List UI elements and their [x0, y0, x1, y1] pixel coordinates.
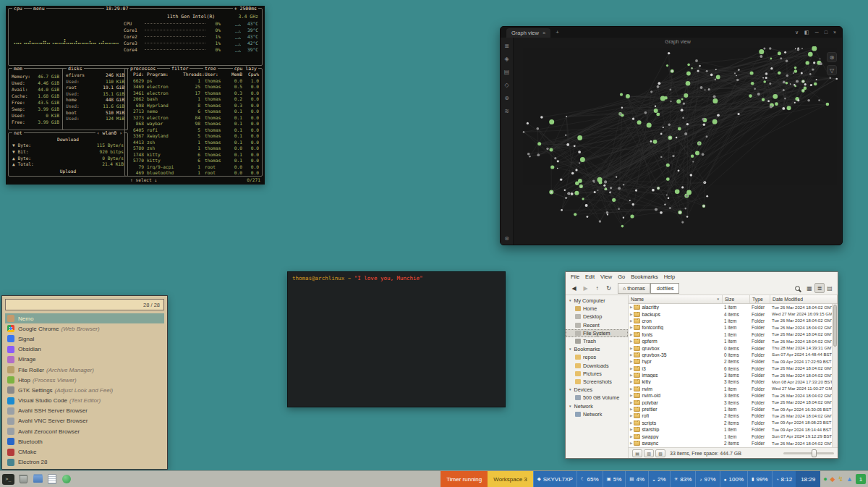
- expander-icon[interactable]: ▶: [630, 339, 632, 343]
- status-toggle-button[interactable]: ▤: [632, 449, 642, 457]
- timer-badge[interactable]: Timer running: [441, 471, 488, 487]
- notification-badge[interactable]: 1: [856, 474, 866, 484]
- menu-item[interactable]: View: [597, 274, 615, 280]
- zoom-slider[interactable]: [783, 452, 834, 454]
- ribbon-icon[interactable]: ◇: [504, 82, 509, 88]
- file-row[interactable]: ▶ polybar 3 items Folder Tue 26 Mar 2024…: [629, 399, 832, 405]
- ribbon-icon[interactable]: ▤: [504, 69, 510, 75]
- launcher-item[interactable]: Electron 28: [5, 457, 164, 467]
- launcher-item[interactable]: Mirage: [5, 355, 164, 365]
- tab-graph-view[interactable]: Graph view ×: [506, 28, 550, 38]
- back-button[interactable]: ◀: [569, 283, 579, 294]
- sidebar-item[interactable]: Network: [566, 410, 628, 418]
- expander-icon[interactable]: ▶: [630, 441, 632, 445]
- expander-icon[interactable]: ▶: [630, 353, 632, 357]
- expander-icon[interactable]: ▶: [630, 428, 632, 431]
- column-type[interactable]: Type: [750, 295, 770, 303]
- editor-launcher[interactable]: [46, 473, 59, 486]
- disks-box-label[interactable]: disks: [67, 66, 84, 72]
- expander-icon[interactable]: ▶: [630, 319, 632, 323]
- expander-icon[interactable]: ▶: [630, 373, 632, 377]
- expander-icon[interactable]: ▶: [630, 435, 632, 439]
- expander-icon[interactable]: ▶: [630, 394, 632, 397]
- breadcrumb-button[interactable]: ⌂ thomas: [618, 283, 650, 294]
- file-row[interactable]: ▶ cron 1 item Folder Tue 26 Mar 2024 18:…: [629, 318, 832, 324]
- sidebar-toggle-icon[interactable]: ◧: [804, 30, 809, 35]
- processes-box-label[interactable]: processes: [129, 66, 157, 72]
- process-row[interactable]: 6405 rofi 5 thomas 0.1 0.0: [125, 127, 262, 134]
- expander-icon[interactable]: ▶: [630, 414, 632, 418]
- status-toggle-button[interactable]: ▧: [655, 449, 665, 457]
- launcher-item[interactable]: GTK Settings (Adjust Look and Feel): [5, 385, 164, 395]
- file-row[interactable]: ▶ swaync 2 items Folder Tue 26 Mar 2024 …: [629, 440, 832, 446]
- trash-launcher[interactable]: [17, 473, 30, 486]
- clock[interactable]: 18:29: [796, 471, 820, 487]
- launcher-item[interactable]: Signal: [5, 334, 164, 344]
- maximize-icon[interactable]: □: [825, 30, 827, 35]
- process-row[interactable]: 3367 Xwayland 5 thomas 0.1 0.0: [125, 133, 262, 140]
- graph-canvas[interactable]: [514, 46, 842, 245]
- ribbon-icon[interactable]: ≣: [504, 43, 509, 49]
- sidebar-item[interactable]: Downloads: [566, 362, 628, 370]
- status-segment[interactable]: ● 100%: [720, 471, 747, 487]
- tray-app-icon[interactable]: ◆: [830, 476, 835, 483]
- file-row[interactable]: ▶ backups 4 items Folder Wed 27 Mar 2024…: [629, 310, 832, 317]
- status-segment[interactable]: ▮ 99%: [747, 471, 772, 487]
- files-launcher[interactable]: [31, 473, 44, 486]
- launcher-item[interactable]: File Roller (Archive Manager): [5, 365, 164, 375]
- graph-settings-icon[interactable]: ⊛: [827, 52, 837, 62]
- process-row[interactable]: 2713 nemo 6 thomas 0.1 0.0: [125, 109, 262, 115]
- expander-icon[interactable]: ▶: [630, 333, 632, 336]
- tray-power-icon[interactable]: ↯: [838, 476, 844, 483]
- process-row[interactable]: 5770 kitty 6 thomas 0.1 0.0: [125, 158, 262, 164]
- file-row[interactable]: ▶ fonts 1 item Folder Tue 26 Mar 2024 18…: [629, 331, 832, 338]
- sidebar-item[interactable]: My Computer: [566, 297, 628, 305]
- graph-filter-icon[interactable]: ▽: [827, 65, 837, 75]
- tab-close-icon[interactable]: ×: [542, 30, 545, 36]
- tray-chat-icon[interactable]: ●: [823, 476, 827, 483]
- workspace-badge[interactable]: Workspace 3: [488, 471, 533, 487]
- file-row[interactable]: ▶ i3 6 items Folder Tue 26 Mar 2024 18:0…: [629, 365, 832, 372]
- sidebar-item[interactable]: Pictures: [566, 370, 628, 378]
- expander-icon[interactable]: ▶: [630, 360, 632, 363]
- launcher-item[interactable]: Visual Studio Code (Text Editor): [5, 396, 164, 406]
- process-row[interactable]: 3461 electron 17 thomas 0.3 0.0: [125, 90, 262, 97]
- zoom-slider-handle[interactable]: [812, 449, 817, 457]
- process-row[interactable]: 79 irq/9-acpi 1 root 0.0 0.0: [125, 164, 262, 171]
- column-size[interactable]: Size: [723, 295, 750, 303]
- new-tab-icon[interactable]: +: [556, 29, 559, 35]
- status-segment[interactable]: ◒ 2%: [648, 471, 670, 487]
- terminal-window[interactable]: thomas@archlinux ~ "I love you, Munchie": [287, 271, 506, 407]
- file-row[interactable]: ▶ alacritty 1 item Folder Tue 26 Mar 202…: [629, 304, 832, 310]
- ribbon-icon[interactable]: ◈: [504, 56, 509, 62]
- file-row[interactable]: ▶ fontconfig 1 item Folder Tue 26 Mar 20…: [629, 324, 832, 331]
- process-row[interactable]: 5780 zsh 1 thomas 0.0 0.0: [125, 145, 262, 152]
- filter-button[interactable]: filter: [170, 66, 190, 72]
- sidebar-item[interactable]: File System: [566, 329, 628, 337]
- process-row[interactable]: 469 bluetoothd 1 root 0.0 0.0: [125, 170, 262, 177]
- sidebar-item[interactable]: Bookmarks: [566, 345, 628, 353]
- menu-item[interactable]: Go: [615, 274, 628, 280]
- tray-network-icon[interactable]: ▲: [846, 476, 853, 483]
- menu-item[interactable]: File: [568, 274, 582, 280]
- process-row[interactable]: 3273 electron 84 thomas 0.1 0.0: [125, 115, 262, 122]
- expander-icon[interactable]: ▶: [630, 387, 632, 391]
- ribbon-icon[interactable]: ≋: [504, 108, 509, 114]
- mem-box-label[interactable]: mem: [12, 66, 24, 72]
- file-row[interactable]: ▶ prettier 1 item Folder Tue 09 Apr 2024…: [629, 406, 832, 412]
- file-row[interactable]: ▶ kitty 3 items Folder Mon 08 Apr 2024 1…: [629, 378, 832, 385]
- scrollbar-thumb[interactable]: [833, 305, 837, 347]
- file-row[interactable]: ▶ hypr 2 items Folder Tue 09 Apr 2024 17…: [629, 358, 832, 365]
- close-icon[interactable]: ×: [833, 30, 836, 35]
- file-row[interactable]: ▶ nvim 1 item Folder Wed 27 Mar 2024 11:…: [629, 386, 832, 392]
- recorder-launcher[interactable]: [60, 473, 73, 486]
- expander-icon[interactable]: ▶: [630, 305, 632, 309]
- expander-icon[interactable]: ▶: [630, 367, 632, 370]
- file-row[interactable]: ▶ gpferm 1 item Folder Tue 26 Mar 2024 1…: [629, 338, 832, 344]
- sidebar-item[interactable]: Trash: [566, 337, 628, 345]
- column-name[interactable]: Name▼: [629, 295, 723, 303]
- file-row[interactable]: ▶ gruvbox 0 items Folder Thu 28 Mar 2024…: [629, 344, 832, 351]
- view-toggle-button[interactable]: ▦: [804, 283, 814, 293]
- status-segment[interactable]: ◔ 8:12: [772, 471, 796, 487]
- terminal-launcher[interactable]: >_: [2, 474, 14, 485]
